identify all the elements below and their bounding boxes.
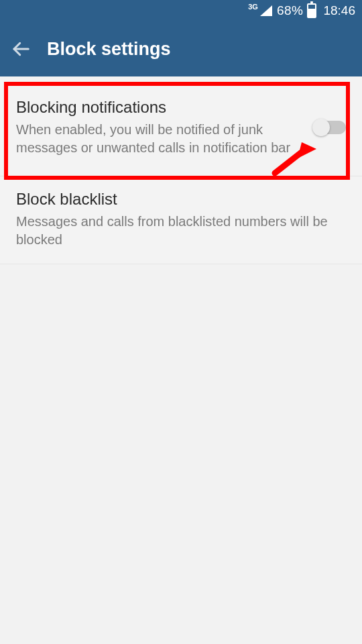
status-bar: 3G 68% 18:46 (0, 0, 362, 21)
network-label: 3G (248, 3, 258, 11)
setting-text: Block blacklist Messages and calls from … (16, 190, 346, 249)
signal-icon (259, 5, 273, 17)
app-bar: Block settings (0, 21, 362, 76)
setting-description: When enabled, you will be notified of ju… (16, 121, 306, 157)
setting-title: Blocking notifications (16, 98, 306, 117)
page-title: Block settings (47, 39, 171, 60)
setting-description: Messages and calls from blacklisted numb… (16, 213, 346, 249)
setting-row-block-blacklist[interactable]: Block blacklist Messages and calls from … (0, 176, 362, 264)
toggle-knob (312, 119, 330, 136)
setting-text: Blocking notifications When enabled, you… (16, 98, 306, 157)
toggle-blocking-notifications[interactable] (314, 121, 346, 134)
clock: 18:46 (323, 3, 355, 18)
setting-row-blocking-notifications[interactable]: Blocking notifications When enabled, you… (0, 76, 362, 176)
settings-list: Blocking notifications When enabled, you… (0, 76, 362, 264)
setting-title: Block blacklist (16, 190, 346, 209)
battery-percentage: 68% (277, 3, 304, 18)
back-button[interactable] (11, 39, 31, 59)
battery-icon (307, 3, 316, 18)
